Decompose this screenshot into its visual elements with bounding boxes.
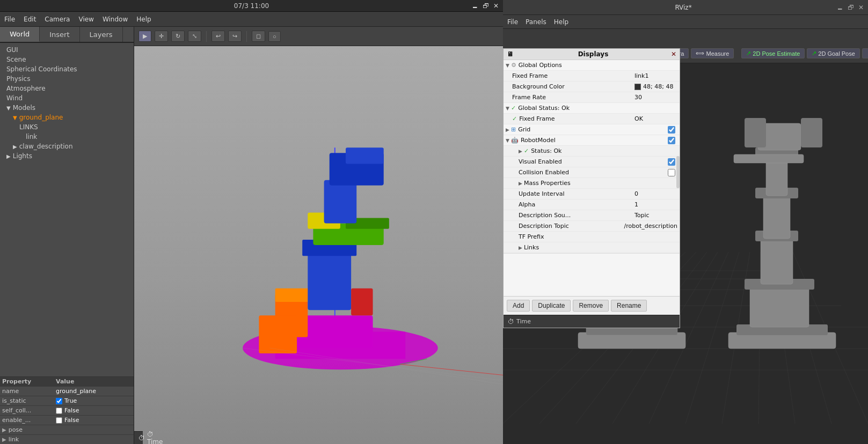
undo-btn[interactable]: ↩ bbox=[211, 31, 225, 42]
menu-help[interactable]: Help bbox=[136, 16, 151, 23]
redo-btn[interactable]: ↪ bbox=[228, 31, 242, 42]
rviz-menu-panels[interactable]: Panels bbox=[526, 18, 546, 26]
prop-enable[interactable]: enable_... False bbox=[0, 415, 134, 425]
visual-enabled-checkbox[interactable] bbox=[668, 158, 675, 166]
box-btn[interactable]: ◻ bbox=[252, 31, 265, 42]
tab-layers[interactable]: Layers bbox=[80, 27, 123, 42]
tf-prefix-row[interactable]: TF Prefix bbox=[504, 232, 680, 242]
self-coll-checkbox[interactable] bbox=[56, 408, 62, 414]
global-status-ff-value: OK bbox=[634, 115, 677, 122]
frame-rate-row[interactable]: Frame Rate 30 bbox=[504, 92, 680, 103]
desc-source-label: Description Sou... bbox=[519, 212, 634, 219]
mass-properties-row[interactable]: ▶ Mass Properties bbox=[504, 178, 680, 189]
toolbar-sep1 bbox=[206, 31, 207, 42]
global-status-icon: ✓ bbox=[511, 105, 516, 112]
rename-button[interactable]: Rename bbox=[611, 300, 647, 312]
gazebo-viewport[interactable]: ▶ ✛ ↻ ⤡ ↩ ↪ ◻ ○ bbox=[134, 27, 503, 444]
enable-checkbox[interactable] bbox=[56, 417, 62, 424]
duplicate-button[interactable]: Duplicate bbox=[532, 300, 571, 312]
is-static-checkbox[interactable] bbox=[56, 398, 62, 404]
prop-is-static[interactable]: is_static True bbox=[0, 396, 134, 405]
measure-btn[interactable]: ⟺ Measure bbox=[691, 48, 734, 58]
select-btn[interactable]: ▶ bbox=[138, 31, 151, 42]
svg-rect-64 bbox=[801, 118, 822, 147]
displays-panel-title: 🖥 Displays ✕ bbox=[504, 49, 680, 60]
minimize-icon[interactable]: 🗕 bbox=[472, 2, 478, 10]
tree-ground-plane[interactable]: ▼ground_plane bbox=[0, 113, 134, 122]
viewport-3d-canvas[interactable] bbox=[134, 46, 503, 444]
tree-spherical[interactable]: Spherical Coordinates bbox=[0, 64, 134, 74]
prop-self-coll[interactable]: self_coll... False bbox=[0, 405, 134, 415]
sphere-btn[interactable]: ○ bbox=[268, 31, 281, 42]
goal-pose-btn[interactable]: ↗ 2D Goal Pose bbox=[807, 48, 859, 58]
robot-model-checkbox[interactable] bbox=[668, 137, 675, 144]
alpha-row[interactable]: Alpha 1 bbox=[504, 199, 680, 210]
collision-enabled-row[interactable]: Collision Enabled bbox=[504, 167, 680, 178]
update-interval-row[interactable]: Update Interval 0 bbox=[504, 189, 680, 199]
rviz-menu-file[interactable]: File bbox=[507, 18, 518, 26]
tree-gui[interactable]: GUI bbox=[0, 45, 134, 55]
tree-atmosphere[interactable]: Atmosphere bbox=[0, 84, 134, 93]
maximize-icon[interactable]: 🗗 bbox=[483, 2, 489, 10]
tree-scene[interactable]: Scene bbox=[0, 55, 134, 64]
tree-lights[interactable]: ▶Lights bbox=[0, 151, 134, 161]
close-icon[interactable]: ✕ bbox=[493, 2, 499, 10]
rviz-titlebar: RViz* 🗕 🗗 ✕ bbox=[503, 0, 868, 15]
tree-link[interactable]: link bbox=[0, 132, 134, 142]
prop-link[interactable]: ▶link bbox=[0, 434, 134, 444]
tree-wind[interactable]: Wind bbox=[0, 93, 134, 103]
remove-button[interactable]: Remove bbox=[573, 300, 609, 312]
rviz-maximize-icon[interactable]: 🗗 bbox=[848, 4, 854, 11]
visual-enabled-row[interactable]: Visual Enabled bbox=[504, 157, 680, 167]
tree-models[interactable]: ▼Models bbox=[0, 103, 134, 113]
pose-estimate-btn[interactable]: ↗ 2D Pose Estimate bbox=[741, 48, 805, 58]
desc-topic-row[interactable]: Description Topic /robot_description bbox=[504, 221, 680, 232]
tree-links[interactable]: LINKS bbox=[0, 122, 134, 132]
desc-topic-value: /robot_description bbox=[624, 223, 677, 230]
translate-btn[interactable]: ✛ bbox=[155, 31, 168, 42]
rviz-3d-viewport[interactable]: 🖥 Displays ✕ ▼ ⚙ Global Options Fixed Fr… bbox=[503, 48, 868, 444]
desc-source-row[interactable]: Description Sou... Topic bbox=[504, 210, 680, 221]
menu-view[interactable]: View bbox=[78, 16, 93, 23]
rviz-minimize-icon[interactable]: 🗕 bbox=[837, 4, 843, 11]
grid-row[interactable]: ▶ ⊞ Grid bbox=[504, 124, 680, 135]
rviz-title: RViz* bbox=[675, 4, 691, 11]
robot-status-ok-icon: ✓ bbox=[524, 147, 529, 154]
svg-rect-54 bbox=[750, 284, 809, 327]
global-options-row[interactable]: ▼ ⚙ Global Options bbox=[504, 60, 680, 71]
svg-rect-13 bbox=[346, 147, 384, 164]
prop-name[interactable]: name ground_plane bbox=[0, 386, 134, 396]
rotate-btn[interactable]: ↻ bbox=[171, 31, 185, 42]
tree-physics[interactable]: Physics bbox=[0, 74, 134, 84]
publish-point-btn[interactable]: 📍 Publish Point bbox=[862, 48, 868, 58]
links-row[interactable]: ▶ Links bbox=[504, 242, 680, 253]
tab-world[interactable]: World bbox=[0, 27, 40, 42]
robot-model-row[interactable]: ▼ 🤖 RobotModel bbox=[504, 135, 680, 146]
menu-edit[interactable]: Edit bbox=[24, 16, 36, 23]
collision-enabled-label: Collision Enabled bbox=[519, 169, 668, 176]
prop-pose[interactable]: ▶pose bbox=[0, 425, 134, 434]
rviz-menu-help[interactable]: Help bbox=[554, 18, 568, 26]
fixed-frame-row[interactable]: Fixed Frame link1 bbox=[504, 71, 680, 82]
menu-window[interactable]: Window bbox=[103, 16, 128, 23]
menu-camera[interactable]: Camera bbox=[45, 16, 70, 23]
rviz-close-icon[interactable]: ✕ bbox=[858, 4, 864, 11]
grid-checkbox[interactable] bbox=[668, 126, 675, 134]
update-interval-value: 0 bbox=[634, 190, 677, 197]
displays-close-btn[interactable]: ✕ bbox=[671, 50, 676, 58]
rviz-timebar: ⏱ Time bbox=[504, 315, 680, 328]
collision-enabled-checkbox[interactable] bbox=[668, 169, 675, 176]
pose-estimate-icon: ↗ bbox=[746, 50, 751, 57]
global-options-label: Global Options bbox=[519, 62, 677, 69]
global-status-fixed-frame-row[interactable]: ✓ Fixed Frame OK bbox=[504, 114, 680, 124]
global-options-icon: ⚙ bbox=[511, 62, 516, 69]
tree-claw-desc[interactable]: ▶claw_description bbox=[0, 142, 134, 151]
scale-btn[interactable]: ⤡ bbox=[188, 31, 201, 42]
tab-insert[interactable]: Insert bbox=[40, 27, 79, 42]
global-status-row[interactable]: ▼ ✓ Global Status: Ok bbox=[504, 103, 680, 114]
add-button[interactable]: Add bbox=[507, 300, 530, 312]
background-color-row[interactable]: Background Color 48; 48; 48 bbox=[504, 82, 680, 92]
desc-topic-label: Description Topic bbox=[519, 223, 624, 230]
status-ok-row[interactable]: ▶ ✓ Status: Ok bbox=[504, 146, 680, 157]
menu-file[interactable]: File bbox=[4, 16, 15, 23]
